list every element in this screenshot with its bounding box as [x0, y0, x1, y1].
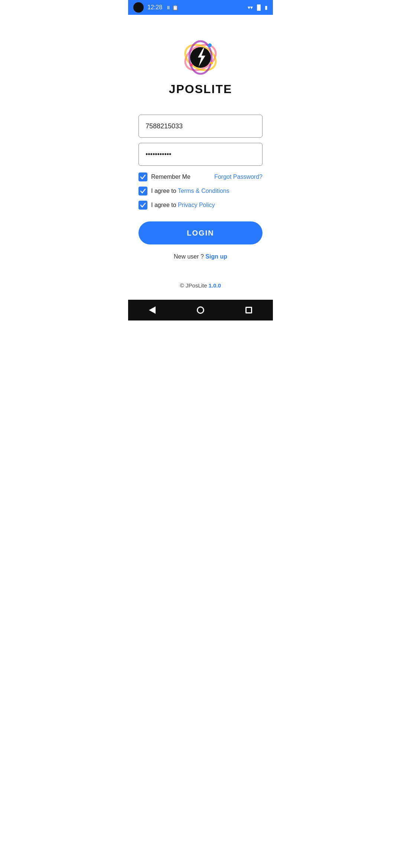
signup-link[interactable]: Sign up: [205, 253, 227, 260]
login-button[interactable]: LOGIN: [138, 221, 263, 244]
terms-text: I agree to Terms & Conditions: [151, 188, 229, 194]
phone-input[interactable]: [138, 115, 263, 138]
nav-bar: [128, 300, 273, 320]
privacy-link[interactable]: Privacy Policy: [178, 202, 215, 208]
remember-me-checkbox[interactable]: [138, 172, 147, 181]
battery-icon: ▮: [265, 4, 268, 10]
wifi-icon: ▾▾: [248, 4, 253, 10]
home-icon: [197, 306, 204, 314]
terms-link[interactable]: Terms & Conditions: [178, 188, 229, 194]
signal-icon: ▐▌: [255, 4, 263, 10]
media-icon: ⏸: [166, 5, 171, 10]
svg-point-3: [208, 43, 212, 47]
privacy-checkbox[interactable]: [138, 201, 147, 210]
remember-me-label[interactable]: Remember Me: [138, 172, 190, 181]
remember-me-row: Remember Me Forgot Password?: [138, 172, 263, 181]
recent-icon: [245, 307, 252, 313]
terms-checkbox[interactable]: [138, 187, 147, 195]
status-bar-right: ▾▾ ▐▌ ▮: [248, 4, 268, 10]
svg-point-4: [190, 63, 193, 66]
clipboard-icon: 📋: [172, 5, 178, 10]
nav-home-button[interactable]: [191, 303, 210, 318]
back-icon: [149, 306, 156, 314]
status-bar-left: 12:28 ⏸ 📋: [133, 2, 178, 13]
forgot-password-link[interactable]: Forgot Password?: [214, 174, 263, 180]
app-name: JPOSLITE: [169, 82, 232, 96]
privacy-text: I agree to Privacy Policy: [151, 202, 215, 208]
form-container: Remember Me Forgot Password? I agree to …: [138, 115, 263, 289]
status-extra-icons: ⏸ 📋: [166, 5, 178, 10]
password-input[interactable]: [138, 143, 263, 166]
main-content: JPOSLITE Remember Me Forgot Password?: [128, 15, 273, 300]
nav-recent-button[interactable]: [239, 303, 258, 318]
privacy-row: I agree to Privacy Policy: [138, 201, 263, 210]
logo-container: JPOSLITE: [169, 37, 232, 96]
nav-back-button[interactable]: [143, 303, 162, 318]
status-bar: 12:28 ⏸ 📋 ▾▾ ▐▌ ▮: [128, 0, 273, 15]
new-user-row: New user ? Sign up: [138, 253, 263, 260]
remember-me-text: Remember Me: [151, 174, 190, 180]
logo-graphic: [180, 37, 221, 78]
footer: © JPosLite 1.0.0: [138, 282, 263, 289]
camera-notch: [133, 2, 144, 13]
terms-row: I agree to Terms & Conditions: [138, 187, 263, 195]
footer-version: 1.0.0: [209, 282, 221, 289]
svg-point-5: [210, 62, 213, 65]
status-time: 12:28: [147, 4, 162, 11]
